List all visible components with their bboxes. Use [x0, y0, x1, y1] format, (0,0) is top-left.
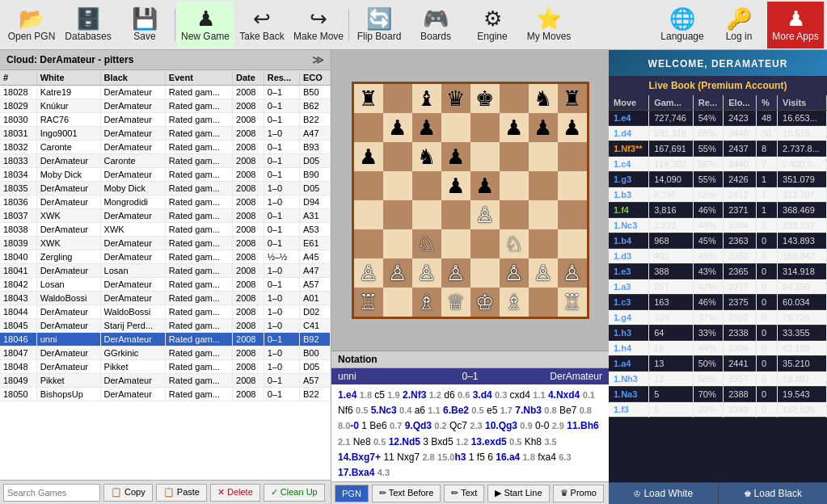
- lb-cell-move[interactable]: 1.f4: [609, 203, 649, 218]
- board-cell[interactable]: ♝: [412, 84, 441, 113]
- live-book-row[interactable]: 1.f4 3,816 46% 2371 1 368.469: [609, 203, 827, 218]
- lb-cell-move[interactable]: 1.h4: [609, 341, 649, 356]
- board-cell[interactable]: [470, 258, 500, 288]
- game-table-wrapper[interactable]: # White Black Event Date Res... ECO 1802…: [0, 70, 331, 480]
- text-before-button[interactable]: ✏ Text Before: [372, 485, 441, 502]
- board-cell[interactable]: [558, 142, 587, 171]
- board-cell[interactable]: [470, 229, 500, 258]
- board-cell[interactable]: [500, 200, 529, 229]
- board-cell[interactable]: ♙: [558, 258, 587, 288]
- table-row[interactable]: 18039 XWK DerAmateur Rated gam... 2008 0…: [0, 237, 331, 250]
- lb-cell-move[interactable]: 1.g3: [609, 172, 649, 187]
- board-cell[interactable]: ♟: [412, 113, 441, 142]
- live-book-row[interactable]: 1.h3 64 33% 2338 0 33.355: [609, 326, 827, 341]
- table-row[interactable]: 18050 BishopsUp DerAmateur Rated gam... …: [0, 388, 331, 401]
- live-book-row[interactable]: 1.a4 13 50% 2441 0 35.210: [609, 356, 827, 372]
- save-button[interactable]: 💾 Save: [116, 2, 173, 48]
- board-cell[interactable]: [354, 229, 383, 258]
- pgn-button[interactable]: PGN: [335, 485, 369, 502]
- board-cell[interactable]: ♟: [383, 113, 412, 142]
- live-book-row[interactable]: 1.g3 14,090 55% 2426 1 351.079: [609, 172, 827, 187]
- language-button[interactable]: 🌐 Language: [654, 2, 711, 48]
- live-book-row[interactable]: 1.d3 402 45% 2352 0 166.042: [609, 249, 827, 264]
- board-cell[interactable]: ♙: [383, 258, 412, 288]
- board-cell[interactable]: ♟: [441, 142, 470, 171]
- board-cell[interactable]: ♟: [529, 113, 558, 142]
- table-row[interactable]: 18031 Ingo9001 DerAmateur Rated gam... 2…: [0, 127, 331, 141]
- new-game-button[interactable]: ♟ New Game: [177, 2, 234, 48]
- live-book-row[interactable]: 1.c4 114,302 56% 2440 7 2.430.0...: [609, 157, 827, 172]
- board-cell[interactable]: ♖: [558, 288, 587, 317]
- chess-board[interactable]: ♜♝♛♚♞♜♟♟♟♟♟♟♞♟♟♟♙♘♘♙♙♙♙♙♙♙♖♗♕♔♗♖: [352, 82, 589, 319]
- lb-cell-move[interactable]: 1.Nf3**: [609, 141, 649, 157]
- table-row[interactable]: 18042 Losan DerAmateur Rated gam... 2008…: [0, 278, 331, 292]
- table-row[interactable]: 18046 unni DerAmateur Rated gam... 2008 …: [0, 333, 331, 346]
- table-row[interactable]: 18035 DerAmateur Moby Dick Rated gam... …: [0, 182, 331, 195]
- lb-cell-move[interactable]: 1.a4: [609, 356, 649, 372]
- table-row[interactable]: 18044 DerAmateur WaldoBossi Rated gam...…: [0, 305, 331, 319]
- table-row[interactable]: 18045 DerAmateur Starij Perd... Rated ga…: [0, 319, 331, 333]
- live-book-row[interactable]: 1.Na3 5 70% 2388 0 19.543: [609, 387, 827, 402]
- board-cell[interactable]: ♞: [412, 142, 441, 171]
- load-black-button[interactable]: ♚ Load Black: [718, 483, 828, 504]
- lb-cell-move[interactable]: 1.e4: [609, 111, 649, 126]
- live-book-row[interactable]: 1.Nc3 2,223 48% 2384 1 318.237: [609, 218, 827, 233]
- live-book-row[interactable]: 1.g4 103 37% 2362 0 79.726: [609, 310, 827, 326]
- board-cell[interactable]: [412, 200, 441, 229]
- table-row[interactable]: 18032 Caronte DerAmateur Rated gam... 20…: [0, 141, 331, 154]
- board-cell[interactable]: [500, 142, 529, 171]
- table-row[interactable]: 18041 DerAmateur Losan Rated gam... 2008…: [0, 264, 331, 278]
- lb-cell-move[interactable]: 1.a3: [609, 279, 649, 295]
- table-row[interactable]: 18030 RAC76 DerAmateur Rated gam... 2008…: [0, 113, 331, 127]
- table-row[interactable]: 18038 DerAmateur XWK Rated gam... 2008 0…: [0, 223, 331, 237]
- text-button[interactable]: ✏ Text: [444, 485, 484, 502]
- live-book-row[interactable]: 1.e3 388 43% 2365 0 314.918: [609, 264, 827, 279]
- lb-cell-move[interactable]: 1.d4: [609, 126, 649, 141]
- board-cell[interactable]: ♟: [441, 171, 470, 200]
- table-row[interactable]: 18047 DerAmateur GGrkinic Rated gam... 2…: [0, 346, 331, 360]
- board-cell[interactable]: ♟: [470, 171, 500, 200]
- engine-button[interactable]: ⚙ Engine: [464, 2, 521, 48]
- my-moves-button[interactable]: ⭐ My Moves: [521, 2, 577, 48]
- board-cell[interactable]: ♜: [354, 84, 383, 113]
- live-book-row[interactable]: 1.Nh3 12 58% 2357 0 19.807: [609, 372, 827, 387]
- board-cell[interactable]: [558, 171, 587, 200]
- live-book-row[interactable]: 1.Nf3** 167,691 55% 2437 8 2.737.8...: [609, 141, 827, 157]
- board-cell[interactable]: ♜: [558, 84, 587, 113]
- board-cell[interactable]: [558, 200, 587, 229]
- lb-cell-move[interactable]: 1.d3: [609, 249, 649, 264]
- board-cell[interactable]: [354, 200, 383, 229]
- table-row[interactable]: 18049 Pikket DerAmateur Rated gam... 200…: [0, 374, 331, 388]
- board-cell[interactable]: [383, 200, 412, 229]
- board-cell[interactable]: [470, 113, 500, 142]
- board-cell[interactable]: ♘: [412, 229, 441, 258]
- table-row[interactable]: 18028 Katre19 DerAmateur Rated gam... 20…: [0, 86, 331, 99]
- live-book-row[interactable]: 1.a3 357 47% 2377 0 54.350: [609, 279, 827, 295]
- lb-cell-move[interactable]: 1.e3: [609, 264, 649, 279]
- live-book-row[interactable]: 1.b4 968 45% 2363 0 143.893: [609, 233, 827, 249]
- board-cell[interactable]: [558, 229, 587, 258]
- board-cell[interactable]: [383, 288, 412, 317]
- live-book-row[interactable]: 1.d4 591,318 55% 2440 30 10.518...: [609, 126, 827, 141]
- board-cell[interactable]: [441, 113, 470, 142]
- live-book-row[interactable]: 1.f3 5 20% 2349 0 158.936: [609, 402, 827, 418]
- clean-up-button[interactable]: ✓ Clean Up: [264, 484, 325, 502]
- boards-button[interactable]: 🎮 Boards: [407, 2, 464, 48]
- board-cell[interactable]: ♔: [470, 288, 500, 317]
- live-book-row[interactable]: 1.h4 18 44% 2304 0 42.189: [609, 341, 827, 356]
- lb-cell-move[interactable]: 1.b3: [609, 187, 649, 203]
- promo-button[interactable]: ♛ Promo: [553, 485, 604, 502]
- lb-cell-move[interactable]: 1.c3: [609, 295, 649, 310]
- load-white-button[interactable]: ♔ Load White: [609, 483, 718, 504]
- lb-cell-move[interactable]: 1.Na3: [609, 387, 649, 402]
- make-move-button[interactable]: ↪ Make Move: [290, 2, 347, 48]
- board-cell[interactable]: ♕: [441, 288, 470, 317]
- table-row[interactable]: 18033 DerAmateur Caronte Rated gam... 20…: [0, 154, 331, 168]
- board-cell[interactable]: [441, 200, 470, 229]
- paste-button[interactable]: 📋 Paste: [156, 484, 207, 502]
- lb-cell-move[interactable]: 1.Nh3: [609, 372, 649, 387]
- more-apps-button[interactable]: ♟ More Apps: [767, 2, 824, 48]
- board-cell[interactable]: [354, 113, 383, 142]
- board-cell[interactable]: ♟: [500, 113, 529, 142]
- notation-text[interactable]: 1.e4 1.8 c5 1.9 2.Nf3 1.2 d6 0.6 3.d4 0.…: [331, 384, 609, 481]
